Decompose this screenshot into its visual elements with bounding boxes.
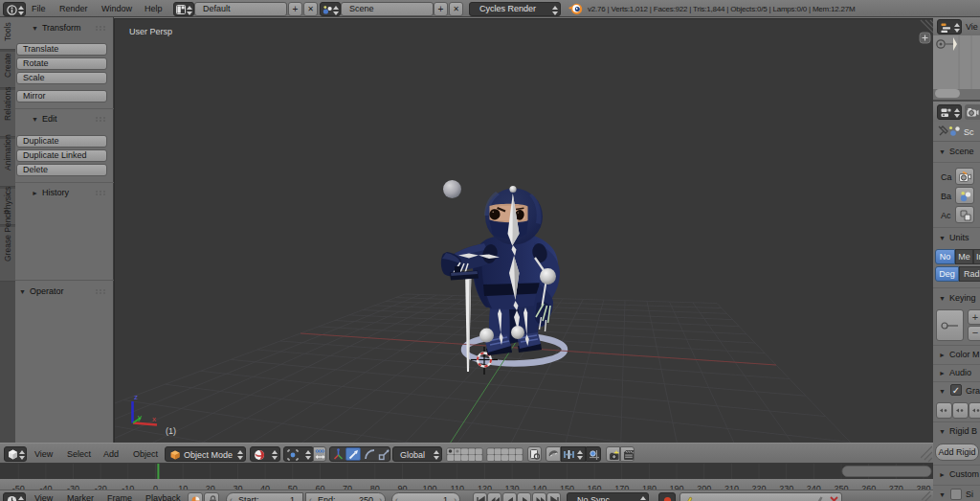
svg-text:y: y <box>138 413 142 421</box>
svg-text:z: z <box>134 393 138 401</box>
svg-text:User Persp: User Persp <box>129 27 172 36</box>
svg-text:(1): (1) <box>166 426 176 436</box>
svg-text:x: x <box>152 415 156 423</box>
svg-text:Sc: Sc <box>964 127 974 137</box>
